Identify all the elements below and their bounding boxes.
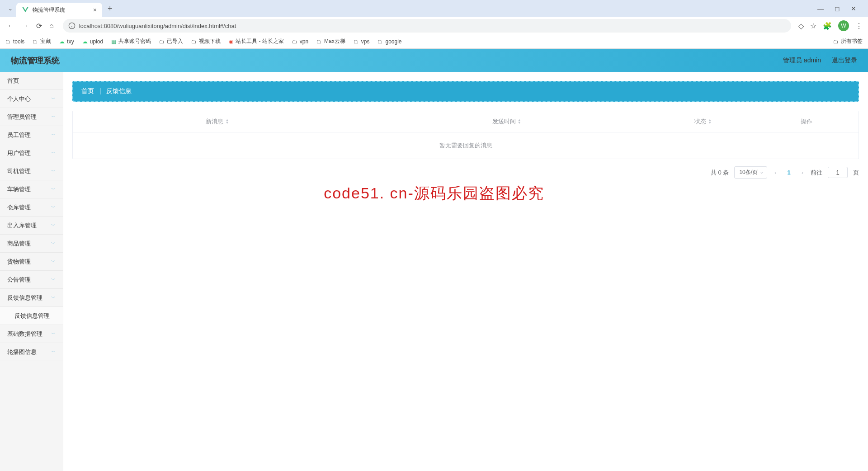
sidebar-item-label: 出入库管理: [7, 221, 37, 230]
back-icon[interactable]: ←: [5, 20, 16, 32]
sidebar-item-4[interactable]: 用户管理﹀: [0, 144, 63, 162]
sidebar-item-label: 反馈信息管理: [7, 294, 42, 302]
sidebar-item-label: 管理员管理: [7, 113, 37, 121]
sidebar-item-13[interactable]: 反馈信息管理: [0, 307, 63, 325]
column-new-message[interactable]: 新消息▲▼: [73, 111, 362, 132]
chevron-down-icon: ﹀: [51, 168, 56, 174]
chevron-down-icon: ﹀: [51, 204, 56, 211]
sort-icon[interactable]: ▲▼: [708, 119, 712, 124]
folder-icon: 🗀: [191, 38, 197, 45]
bookmark-video[interactable]: 🗀视频下载: [191, 38, 221, 45]
forward-icon[interactable]: →: [20, 20, 31, 32]
gift-icon[interactable]: ◇: [798, 22, 804, 30]
next-page-icon[interactable]: ›: [800, 169, 805, 176]
chevron-down-icon: ﹀: [51, 96, 56, 102]
folder-icon: 🗀: [5, 38, 11, 45]
close-window-icon[interactable]: ✕: [851, 5, 856, 12]
bookmark-vps[interactable]: 🗀vps: [354, 38, 370, 45]
bookmark-txy[interactable]: ☁txy: [59, 38, 74, 45]
pagination-total: 共 0 条: [711, 169, 729, 177]
prev-page-icon[interactable]: ‹: [773, 169, 778, 176]
column-status[interactable]: 状态▲▼: [651, 111, 755, 132]
sidebar-item-3[interactable]: 员工管理﹀: [0, 126, 63, 144]
chevron-down-icon: ﹀: [51, 222, 56, 229]
bookmark-star-icon[interactable]: ☆: [810, 22, 816, 30]
cloud-icon: ☁: [59, 38, 65, 45]
bookmark-google[interactable]: 🗀google: [377, 38, 401, 45]
logout-button[interactable]: 退出登录: [832, 57, 857, 65]
tab-dropdown-icon[interactable]: ⌄: [5, 5, 16, 12]
vue-icon: [22, 6, 29, 14]
browser-tab[interactable]: 物流管理系统 ×: [16, 3, 102, 17]
sidebar-item-label: 货物管理: [7, 258, 31, 266]
close-icon[interactable]: ×: [93, 6, 97, 14]
sidebar-item-0[interactable]: 首页: [0, 72, 63, 90]
chevron-down-icon: ﹀: [51, 331, 56, 337]
reload-icon[interactable]: ⟳: [34, 20, 44, 32]
page-size-select[interactable]: 10条/页: [734, 166, 767, 179]
sidebar-item-10[interactable]: 货物管理﹀: [0, 253, 63, 271]
breadcrumb: 首页 | 反馈信息: [72, 81, 859, 102]
bookmark-uplod[interactable]: ☁uplod: [82, 38, 103, 45]
profile-avatar[interactable]: W: [838, 20, 849, 31]
cloud-icon: ☁: [82, 38, 88, 45]
folder-icon: 🗀: [833, 38, 839, 45]
sidebar-item-6[interactable]: 车辆管理﹀: [0, 180, 63, 198]
bookmark-tools[interactable]: 🗀tools: [5, 38, 24, 45]
sort-icon[interactable]: ▲▼: [225, 119, 229, 124]
column-send-time[interactable]: 发送时间▲▼: [362, 111, 651, 132]
sidebar-item-2[interactable]: 管理员管理﹀: [0, 108, 63, 126]
table-header: 新消息▲▼ 发送时间▲▼ 状态▲▼ 操作: [73, 111, 859, 132]
menu-icon[interactable]: ⋮: [855, 22, 863, 30]
chevron-down-icon: ﹀: [51, 240, 56, 247]
app-title: 物流管理系统: [11, 55, 60, 66]
maximize-icon[interactable]: ◻: [835, 5, 840, 12]
sidebar-item-15[interactable]: 轮播图信息﹀: [0, 343, 63, 361]
bookmark-seo[interactable]: ◉站长工具 - 站长之家: [229, 38, 284, 45]
all-bookmarks[interactable]: 🗀所有书签: [833, 38, 863, 45]
sidebar-item-11[interactable]: 公告管理﹀: [0, 271, 63, 289]
chevron-down-icon: ﹀: [51, 186, 56, 193]
folder-icon: 🗀: [159, 38, 165, 45]
bookmark-baozang[interactable]: 🗀宝藏: [33, 38, 51, 45]
goto-page-input[interactable]: [828, 167, 848, 178]
tab-bar: ⌄ 物流管理系统 × + — ◻ ✕: [0, 0, 868, 17]
sidebar-item-label: 反馈信息管理: [14, 312, 50, 320]
sidebar-item-9[interactable]: 商品管理﹀: [0, 235, 63, 253]
extensions-icon[interactable]: 🧩: [823, 22, 832, 30]
breadcrumb-current: 反馈信息: [106, 87, 132, 94]
sidebar-item-7[interactable]: 仓库管理﹀: [0, 198, 63, 217]
url-field[interactable]: localhost:8080/wuliuguanlixitong/admin/d…: [63, 19, 791, 33]
bookmark-share[interactable]: ▦共享账号密码: [111, 38, 151, 45]
home-icon[interactable]: ⌂: [47, 20, 56, 32]
chevron-down-icon: ﹀: [51, 259, 56, 265]
current-page[interactable]: 1: [783, 169, 794, 176]
sidebar-item-label: 商品管理: [7, 240, 31, 248]
sidebar-item-label: 公告管理: [7, 276, 31, 284]
breadcrumb-home[interactable]: 首页: [81, 87, 94, 94]
sidebar-item-1[interactable]: 个人中心﹀: [0, 90, 63, 108]
new-tab-button[interactable]: +: [102, 4, 118, 14]
data-table: 新消息▲▼ 发送时间▲▼ 状态▲▼ 操作 暂无需要回复的消息: [72, 111, 859, 159]
breadcrumb-separator: |: [99, 87, 101, 94]
browser-chrome: ⌄ 物流管理系统 × + — ◻ ✕ ← → ⟳ ⌂ localhost:808…: [0, 0, 868, 49]
tab-title: 物流管理系统: [33, 6, 93, 14]
folder-icon: 🗀: [292, 38, 297, 45]
sidebar-item-label: 仓库管理: [7, 203, 31, 212]
url-text: localhost:8080/wuliuguanlixitong/admin/d…: [79, 23, 236, 29]
bookmark-max[interactable]: 🗀Max云梯: [316, 38, 345, 45]
bookmark-vpn[interactable]: 🗀vpn: [292, 38, 308, 45]
bookmark-imported[interactable]: 🗀已导入: [159, 38, 183, 45]
minimize-icon[interactable]: —: [817, 5, 824, 12]
sidebar-item-label: 用户管理: [7, 149, 31, 157]
sidebar-item-5[interactable]: 司机管理﹀: [0, 162, 63, 180]
sidebar-item-8[interactable]: 出入库管理﹀: [0, 217, 63, 235]
chevron-down-icon: ﹀: [51, 349, 56, 355]
user-info[interactable]: 管理员 admin: [783, 57, 821, 65]
site-info-icon[interactable]: [68, 22, 75, 29]
sort-icon[interactable]: ▲▼: [518, 119, 521, 124]
sidebar-item-label: 司机管理: [7, 167, 31, 175]
sidebar-item-12[interactable]: 反馈信息管理﹀: [0, 289, 63, 307]
sidebar-item-14[interactable]: 基础数据管理﹀: [0, 325, 63, 343]
site-icon: ◉: [229, 38, 233, 45]
